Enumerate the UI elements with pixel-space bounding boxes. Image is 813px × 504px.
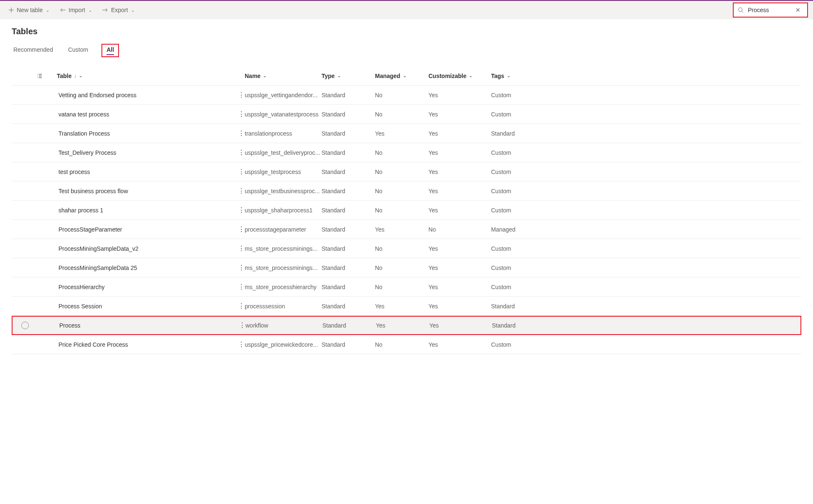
search-icon bbox=[738, 7, 744, 13]
table-row[interactable]: shahar process 1⋮uspsslge_shaharprocess1… bbox=[12, 201, 801, 220]
search-box[interactable]: ✕ bbox=[733, 3, 808, 18]
tab-label: All bbox=[106, 46, 114, 53]
chevron-down-icon: ⌄ bbox=[469, 73, 472, 78]
cell-managed: No bbox=[375, 265, 428, 271]
cell-name: ms_store_processminings... bbox=[245, 265, 322, 271]
cell-managed: No bbox=[375, 245, 428, 252]
row-more-button[interactable]: ⋮ bbox=[236, 149, 245, 157]
cell-managed: No bbox=[375, 188, 428, 194]
row-more-button[interactable]: ⋮ bbox=[236, 206, 245, 214]
column-header-customizable-label: Customizable bbox=[428, 73, 466, 79]
cell-managed: No bbox=[375, 92, 428, 98]
cell-tags: Custom bbox=[491, 284, 554, 290]
cell-table[interactable]: test process bbox=[57, 169, 236, 175]
row-checkbox[interactable] bbox=[13, 322, 38, 329]
cell-tags: Custom bbox=[491, 265, 554, 271]
row-more-button[interactable]: ⋮ bbox=[237, 321, 246, 330]
table-row[interactable]: ProcessMiningSampleData 25⋮ms_store_proc… bbox=[12, 258, 801, 277]
cell-table[interactable]: ProcessMiningSampleData 25 bbox=[57, 265, 236, 271]
column-header-customizable[interactable]: Customizable ⌄ bbox=[428, 73, 491, 79]
cell-table[interactable]: vatana test process bbox=[57, 111, 236, 118]
cell-table[interactable]: Test business process flow bbox=[57, 188, 236, 194]
table-row[interactable]: test process⋮uspsslge_testprocessStandar… bbox=[12, 162, 801, 181]
cell-tags: Custom bbox=[491, 207, 554, 214]
cell-name: uspsslge_vettingandendor... bbox=[245, 92, 322, 98]
table-row[interactable]: ProcessHierarchy⋮ms_store_processhierarc… bbox=[12, 277, 801, 297]
row-more-button[interactable]: ⋮ bbox=[236, 168, 245, 176]
cell-table[interactable]: ProcessMiningSampleData_v2 bbox=[57, 245, 236, 252]
export-label: Export bbox=[111, 7, 128, 13]
radio-unchecked-icon bbox=[21, 322, 29, 329]
column-header-type[interactable]: Type ⌄ bbox=[322, 73, 375, 79]
row-more-button[interactable]: ⋮ bbox=[236, 225, 245, 234]
column-header-tags[interactable]: Tags ⌄ bbox=[491, 73, 554, 79]
table-row[interactable]: Process Session⋮processsessionStandardYe… bbox=[12, 297, 801, 316]
cell-table[interactable]: ProcessStageParameter bbox=[57, 226, 236, 233]
row-more-button[interactable]: ⋮ bbox=[236, 264, 245, 272]
column-header-managed-label: Managed bbox=[375, 73, 400, 79]
row-more-button[interactable]: ⋮ bbox=[236, 187, 245, 195]
cell-tags: Custom bbox=[491, 341, 554, 348]
chevron-down-icon: ⌄ bbox=[79, 73, 82, 78]
row-more-button[interactable]: ⋮ bbox=[236, 129, 245, 138]
cell-type: Standard bbox=[322, 245, 375, 252]
cell-table[interactable]: Test_Delivery Process bbox=[57, 149, 236, 156]
table-row[interactable]: vatana test process⋮uspsslge_vatanatestp… bbox=[12, 105, 801, 124]
row-more-button[interactable]: ⋮ bbox=[236, 302, 245, 310]
cell-customizable: Yes bbox=[428, 245, 491, 252]
cell-table[interactable]: Translation Process bbox=[57, 130, 236, 137]
cell-table[interactable]: Process Session bbox=[57, 303, 236, 310]
cell-tags: Custom bbox=[491, 169, 554, 175]
new-table-label: New table bbox=[17, 7, 43, 13]
column-header-name[interactable]: Name ⌄ bbox=[245, 73, 322, 79]
column-header-table[interactable]: Table ↓ ⌄ bbox=[57, 73, 236, 79]
table-row[interactable]: ProcessStageParameter⋮processstageparame… bbox=[12, 220, 801, 239]
tab-recommended[interactable]: Recommended bbox=[12, 44, 55, 57]
cell-table[interactable]: Process bbox=[58, 322, 237, 329]
cell-customizable: Yes bbox=[428, 188, 491, 194]
chevron-down-icon: ⌄ bbox=[131, 8, 134, 13]
cell-table[interactable]: shahar process 1 bbox=[57, 207, 236, 214]
column-header-tags-label: Tags bbox=[491, 73, 504, 79]
export-button[interactable]: Export ⌄ bbox=[99, 4, 138, 16]
list-view-icon[interactable] bbox=[37, 73, 57, 79]
row-more-button[interactable]: ⋮ bbox=[236, 110, 245, 118]
row-more-button[interactable]: ⋮ bbox=[236, 283, 245, 291]
cell-name: processstageparameter bbox=[245, 226, 322, 233]
table-row[interactable]: Process⋮workflowStandardYesYesStandard bbox=[12, 316, 801, 335]
more-vertical-icon: ⋮ bbox=[238, 168, 245, 175]
content-area: Tables RecommendedCustomAll Table ↓ ⌄ Na… bbox=[0, 19, 813, 354]
cell-type: Standard bbox=[322, 169, 375, 175]
cell-tags: Standard bbox=[491, 303, 554, 310]
row-more-button[interactable]: ⋮ bbox=[236, 340, 245, 349]
cell-table[interactable]: Vetting and Endorsed process bbox=[57, 92, 236, 98]
chevron-down-icon: ⌄ bbox=[263, 73, 266, 78]
column-header-managed[interactable]: Managed ⌄ bbox=[375, 73, 428, 79]
cell-name: uspsslge_testprocess bbox=[245, 169, 322, 175]
cell-customizable: Yes bbox=[428, 169, 491, 175]
cell-type: Standard bbox=[322, 341, 375, 348]
cell-type: Standard bbox=[322, 303, 375, 310]
row-more-button[interactable]: ⋮ bbox=[236, 91, 245, 99]
table-row[interactable]: ProcessMiningSampleData_v2⋮ms_store_proc… bbox=[12, 239, 801, 258]
tab-custom[interactable]: Custom bbox=[66, 44, 90, 57]
more-vertical-icon: ⋮ bbox=[238, 245, 245, 252]
tab-all[interactable]: All bbox=[101, 44, 119, 57]
clear-search-button[interactable]: ✕ bbox=[793, 6, 803, 14]
column-header-table-label: Table bbox=[57, 73, 72, 79]
cell-table[interactable]: ProcessHierarchy bbox=[57, 284, 236, 290]
cell-table[interactable]: Price Picked Core Process bbox=[57, 341, 236, 348]
more-vertical-icon: ⋮ bbox=[238, 264, 245, 271]
table-row[interactable]: Test business process flow⋮uspsslge_test… bbox=[12, 181, 801, 201]
table-row[interactable]: Vetting and Endorsed process⋮uspsslge_ve… bbox=[12, 86, 801, 105]
row-more-button[interactable]: ⋮ bbox=[236, 244, 245, 253]
new-table-button[interactable]: New table ⌄ bbox=[5, 4, 53, 16]
cell-customizable: Yes bbox=[428, 265, 491, 271]
import-button[interactable]: Import ⌄ bbox=[56, 4, 95, 16]
cell-name: ms_store_processhierarchy bbox=[245, 284, 322, 290]
table-row[interactable]: Test_Delivery Process⋮uspsslge_test_deli… bbox=[12, 143, 801, 162]
table-row[interactable]: Translation Process⋮translationprocessSt… bbox=[12, 124, 801, 143]
search-input[interactable] bbox=[748, 7, 789, 13]
table-row[interactable]: Price Picked Core Process⋮uspsslge_price… bbox=[12, 335, 801, 354]
cell-name: uspsslge_test_deliveryproc... bbox=[245, 149, 322, 156]
